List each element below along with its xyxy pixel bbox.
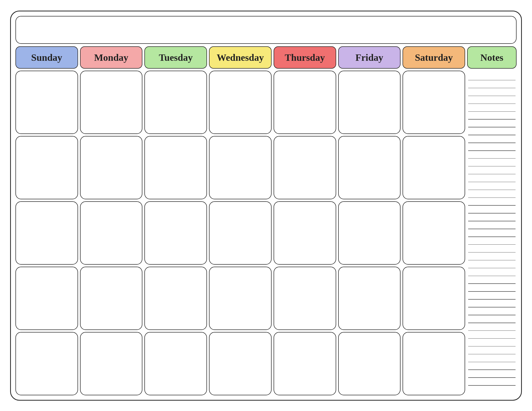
day-cell[interactable] — [15, 71, 78, 134]
header-tuesday: Tuesday — [144, 46, 207, 69]
calendar-container: SundayMondayTuesdayWednesdayThursdayFrid… — [10, 11, 522, 401]
day-cell[interactable] — [274, 267, 336, 330]
notes-line — [468, 385, 516, 386]
calendar-row-1 — [15, 71, 465, 134]
day-cell[interactable] — [144, 201, 207, 265]
day-cell[interactable] — [144, 136, 207, 199]
notes-line — [468, 166, 516, 167]
calendar-main: SundayMondayTuesdayWednesdayThursdayFrid… — [15, 46, 517, 395]
day-cell[interactable] — [338, 136, 401, 199]
title-bar[interactable] — [15, 16, 517, 44]
notes-line — [468, 362, 516, 362]
day-cell[interactable] — [15, 332, 78, 395]
notes-line — [468, 96, 516, 96]
day-cell[interactable] — [403, 267, 465, 330]
day-cell[interactable] — [338, 267, 401, 330]
header-thursday: Thursday — [274, 46, 336, 69]
calendar-rows — [15, 71, 465, 395]
notes-line — [468, 252, 516, 253]
notes-line — [468, 135, 516, 135]
notes-line — [468, 338, 516, 339]
calendar-row-4 — [15, 267, 465, 330]
day-cell[interactable] — [15, 136, 78, 199]
day-cell[interactable] — [80, 332, 143, 395]
day-cell[interactable] — [209, 71, 272, 134]
day-cell[interactable] — [209, 332, 272, 395]
notes-line — [468, 127, 516, 127]
header-row: SundayMondayTuesdayWednesdayThursdayFrid… — [15, 46, 465, 69]
notes-line — [468, 80, 516, 81]
header-saturday: Saturday — [403, 46, 465, 69]
day-cell[interactable] — [80, 71, 143, 134]
day-cell[interactable] — [80, 201, 143, 265]
notes-line — [468, 377, 516, 378]
notes-line — [468, 291, 516, 292]
notes-line — [468, 323, 516, 323]
notes-line — [468, 205, 516, 206]
header-friday: Friday — [338, 46, 401, 69]
notes-line — [468, 182, 516, 182]
day-cell[interactable] — [338, 201, 401, 265]
notes-line — [468, 237, 516, 237]
notes-line — [468, 119, 516, 120]
notes-line — [468, 198, 516, 198]
notes-line — [468, 276, 516, 276]
notes-line — [468, 283, 516, 284]
notes-label: Notes — [480, 52, 503, 63]
days-grid: SundayMondayTuesdayWednesdayThursdayFrid… — [15, 46, 465, 395]
day-cell[interactable] — [209, 267, 272, 330]
day-cell[interactable] — [403, 71, 465, 134]
notes-line — [468, 307, 516, 307]
notes-line — [468, 369, 516, 370]
day-cell[interactable] — [80, 136, 143, 199]
day-cell[interactable] — [144, 267, 207, 330]
day-cell[interactable] — [144, 71, 207, 134]
notes-line — [468, 190, 516, 190]
day-cell[interactable] — [274, 332, 336, 395]
notes-line — [468, 315, 516, 315]
notes-line — [468, 104, 516, 104]
notes-line — [468, 229, 516, 229]
day-cell[interactable] — [338, 71, 401, 134]
day-cell[interactable] — [15, 267, 78, 330]
calendar-row-3 — [15, 201, 465, 265]
day-cell[interactable] — [274, 136, 336, 199]
header-sunday: Sunday — [15, 46, 78, 69]
notes-line — [468, 174, 516, 174]
notes-line — [468, 143, 516, 143]
notes-line — [468, 244, 516, 245]
notes-line — [468, 354, 516, 355]
notes-line — [468, 260, 516, 261]
day-cell[interactable] — [338, 332, 401, 395]
notes-line — [468, 299, 516, 300]
day-cell[interactable] — [274, 201, 336, 265]
notes-lines-area[interactable] — [467, 71, 517, 395]
day-cell[interactable] — [15, 201, 78, 265]
notes-line — [468, 330, 516, 331]
notes-line — [468, 88, 516, 88]
header-wednesday: Wednesday — [209, 46, 272, 69]
notes-line — [468, 150, 516, 151]
day-cell[interactable] — [403, 136, 465, 199]
day-cell[interactable] — [80, 267, 143, 330]
day-cell[interactable] — [403, 332, 465, 395]
calendar-row-2 — [15, 136, 465, 199]
day-cell[interactable] — [403, 201, 465, 265]
calendar-row-5 — [15, 332, 465, 395]
notes-line — [468, 346, 516, 347]
day-cell[interactable] — [274, 71, 336, 134]
day-cell[interactable] — [209, 136, 272, 199]
notes-column: Notes — [467, 46, 517, 395]
notes-line — [468, 268, 516, 268]
notes-line — [468, 158, 516, 159]
header-monday: Monday — [80, 46, 143, 69]
day-cell[interactable] — [144, 332, 207, 395]
notes-line — [468, 221, 516, 221]
notes-header: Notes — [467, 46, 517, 69]
notes-line — [468, 213, 516, 213]
notes-line — [468, 111, 516, 112]
day-cell[interactable] — [209, 201, 272, 265]
